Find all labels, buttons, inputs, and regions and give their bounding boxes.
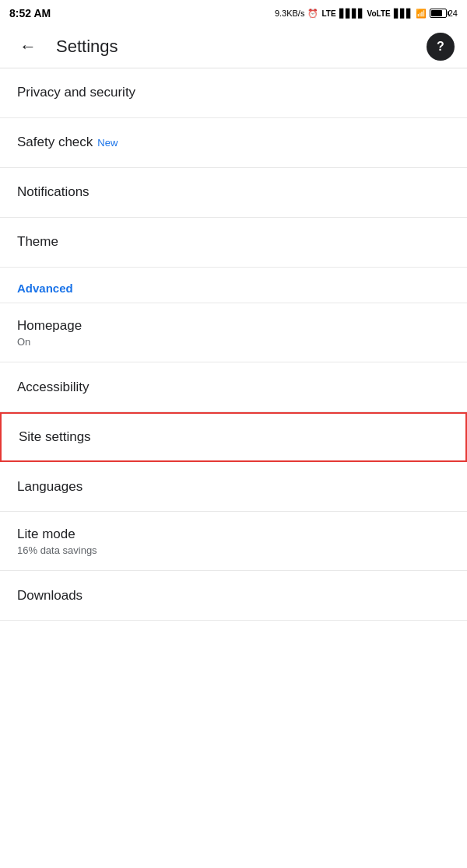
- label-site-settings: Site settings: [19, 429, 91, 446]
- sublabel-lite-mode: 16% data savings: [17, 544, 450, 556]
- battery-level: 24: [448, 9, 458, 18]
- help-button[interactable]: ?: [427, 33, 455, 61]
- settings-item-homepage[interactable]: HomepageOn: [0, 303, 467, 362]
- label-privacy-and-security: Privacy and security: [17, 84, 135, 101]
- label-accessibility: Accessibility: [17, 379, 90, 396]
- page-title: Settings: [56, 37, 427, 57]
- back-button[interactable]: ←: [12, 31, 44, 62]
- label-languages: Languages: [17, 478, 83, 495]
- wifi-icon: 📶: [416, 9, 427, 19]
- battery-container: 24: [430, 9, 458, 18]
- sublabel-homepage: On: [17, 336, 450, 348]
- label-lite-mode: Lite mode: [17, 526, 75, 543]
- settings-list: Privacy and securitySafety checkNewNotif…: [0, 68, 467, 621]
- app-bar: ← Settings ?: [0, 25, 467, 68]
- settings-item-site-settings[interactable]: Site settings: [0, 412, 467, 462]
- label-theme: Theme: [17, 233, 58, 250]
- settings-item-downloads[interactable]: Downloads: [0, 571, 467, 621]
- settings-item-privacy-and-security[interactable]: Privacy and security: [0, 68, 467, 118]
- settings-item-languages[interactable]: Languages: [0, 462, 467, 512]
- settings-item-accessibility[interactable]: Accessibility: [0, 362, 467, 412]
- status-icons: 9.3KB/s ⏰ LTE ▋▋▋▋ VoLTE ▋▋▋ 📶 24: [275, 9, 458, 19]
- settings-item-safety-check[interactable]: Safety checkNew: [0, 118, 467, 168]
- signal-bars-1: ▋▋▋▋: [339, 9, 364, 19]
- battery-icon: [430, 9, 447, 18]
- label-downloads: Downloads: [17, 587, 83, 604]
- alarm-icon: ⏰: [307, 9, 318, 19]
- network-speed: 9.3KB/s: [275, 9, 305, 18]
- label-homepage: Homepage: [17, 317, 82, 334]
- section-header-advanced-header[interactable]: Advanced: [0, 268, 467, 303]
- settings-item-lite-mode[interactable]: Lite mode16% data savings: [0, 512, 467, 571]
- help-icon: ?: [437, 40, 444, 54]
- status-time: 8:52 AM: [9, 7, 51, 19]
- settings-item-notifications[interactable]: Notifications: [0, 168, 467, 218]
- badge-safety-check: New: [97, 137, 118, 149]
- settings-item-theme[interactable]: Theme: [0, 218, 467, 268]
- lte-icon: LTE: [321, 9, 335, 18]
- status-bar: 8:52 AM 9.3KB/s ⏰ LTE ▋▋▋▋ VoLTE ▋▋▋ 📶 2…: [0, 0, 467, 25]
- label-notifications: Notifications: [17, 184, 90, 201]
- lte2-icon: VoLTE: [367, 9, 391, 18]
- back-arrow-icon: ←: [19, 37, 37, 57]
- signal-bars-2: ▋▋▋: [394, 9, 413, 19]
- label-safety-check: Safety check: [17, 134, 93, 151]
